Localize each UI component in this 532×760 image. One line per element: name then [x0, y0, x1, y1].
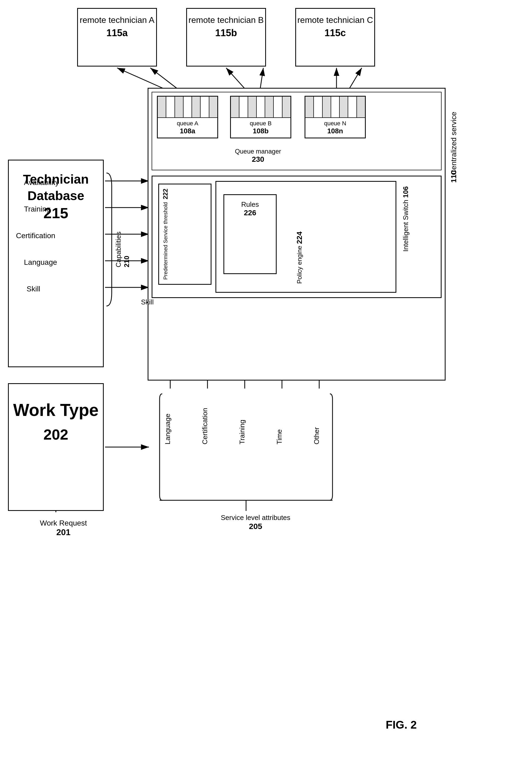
- fig-label: FIG. 2: [386, 719, 417, 731]
- remote-tech-b-id: 115b: [187, 27, 265, 39]
- rules-id: 226: [224, 209, 276, 217]
- remote-tech-b-label: remote technician B: [187, 9, 265, 26]
- sla-training-label: Training: [238, 391, 246, 445]
- sla-certification-label: Certification: [201, 391, 209, 445]
- sla-language-label: Language: [163, 391, 172, 445]
- certification-label: Certification: [16, 231, 55, 240]
- sla-label: Service level attributes 205: [221, 514, 290, 531]
- work-request-label: Work Request 201: [40, 519, 87, 537]
- queue-n-label: queue N: [305, 118, 365, 127]
- queue-b-box: queue B 108b: [230, 96, 291, 138]
- queue-b-label: queue B: [231, 118, 290, 127]
- rules-label: Rules: [224, 195, 276, 209]
- queue-b-id: 108b: [231, 127, 290, 135]
- sla-time-label: Time: [275, 391, 284, 445]
- queue-a-id: 108a: [158, 127, 217, 135]
- predetermined-box: Predetermined Service threshold 222: [158, 184, 211, 285]
- diagram: remote technician A 115a remote technici…: [0, 0, 532, 760]
- remote-tech-a-label: remote technician A: [78, 9, 156, 26]
- rules-box: Rules 226: [223, 194, 277, 274]
- queue-manager-label: Queue manager 230: [231, 148, 285, 164]
- queue-a-label: queue A: [158, 118, 217, 127]
- tech-db-id: 215: [9, 204, 103, 222]
- remote-technician-b-box: remote technician B 115b: [186, 8, 266, 67]
- intelligent-switch-label: Intelligent Switch 106: [402, 186, 410, 252]
- availability-label: Availability: [24, 178, 59, 187]
- queue-n-id: 108n: [305, 127, 365, 135]
- centralized-service-id: 110: [450, 170, 458, 183]
- remote-technician-c-box: remote technician C 115c: [295, 8, 375, 67]
- queue-a-box: queue A 108a: [157, 96, 218, 138]
- queue-n-box: queue N 108n: [305, 96, 366, 138]
- centralized-service-label: Centralized service: [450, 112, 458, 175]
- sla-other-label: Other: [313, 391, 321, 445]
- skill-label-db: Skill: [26, 285, 40, 293]
- work-type-id: 202: [9, 426, 103, 443]
- capabilities-label: Capabilities 210: [114, 231, 131, 267]
- work-type-box: Work Type 202: [8, 383, 104, 511]
- remote-tech-c-label: remote technician C: [296, 9, 374, 26]
- remote-tech-c-id: 115c: [296, 27, 374, 39]
- skill-brace-label: Skill: [141, 298, 154, 306]
- remote-tech-a-id: 115a: [78, 27, 156, 39]
- policy-engine-label: Policy engine 224: [295, 231, 304, 284]
- language-label: Language: [24, 258, 57, 267]
- work-type-title: Work Type: [9, 384, 103, 420]
- training-label: Training: [24, 205, 51, 214]
- remote-technician-a-box: remote technician A 115a: [77, 8, 157, 67]
